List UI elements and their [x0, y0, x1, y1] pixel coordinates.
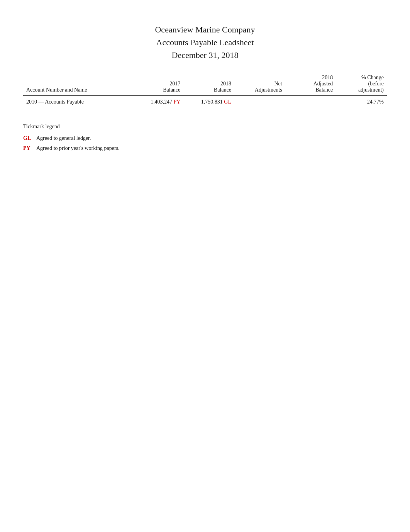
tickmark-py-description: Agreed to prior year's working papers.	[36, 145, 120, 151]
net-adjustments-cell	[234, 96, 285, 109]
account-number: 2010	[26, 99, 37, 105]
table-row: 2010 — Accounts Payable 1,403,247 PY 1,7…	[23, 96, 387, 109]
company-name: Oceanview Marine Company	[155, 25, 255, 34]
report-title: Accounts Payable Leadsheet	[156, 37, 254, 47]
pct-change-cell: 24.77%	[336, 96, 387, 109]
tickmark-gl-description: Agreed to general ledger.	[36, 135, 91, 141]
tickmark-gl-symbol: GL	[23, 135, 32, 141]
tickmark-py-item: PY Agreed to prior year's working papers…	[23, 145, 387, 151]
report-header: Oceanview Marine Company Accounts Payabl…	[23, 23, 387, 61]
tickmark-py-symbol: PY	[23, 145, 32, 151]
account-separator: —	[39, 99, 45, 105]
col-header-adjusted: 2018 Adjusted Balance	[285, 73, 336, 96]
pct-change-value: 24.77%	[367, 99, 384, 105]
balance-2018-value: 1,750,831	[201, 99, 223, 105]
account-name-cell: 2010 — Accounts Payable	[23, 96, 133, 109]
balance-2018-cell: 1,750,831 GL	[183, 96, 234, 109]
col-header-account: Account Number and Name	[23, 73, 133, 96]
table-header-row: Account Number and Name 2017 Balance 201…	[23, 73, 387, 96]
col-header-2018: 2018 Balance	[183, 73, 234, 96]
report-date: December 31, 2018	[172, 50, 239, 60]
balance-2017-value: 1,403,247	[151, 99, 172, 105]
account-label: Accounts Payable	[45, 99, 84, 105]
col-header-2017: 2017 Balance	[133, 73, 184, 96]
tickmark-gl: GL	[224, 99, 231, 105]
leadsheet-table: Account Number and Name 2017 Balance 201…	[23, 73, 387, 108]
tickmark-section: Tickmark legend GL Agreed to general led…	[23, 124, 387, 151]
adjusted-balance-cell	[285, 96, 336, 109]
balance-2017-cell: 1,403,247 PY	[133, 96, 184, 109]
tickmark-py: PY	[173, 99, 180, 105]
col-header-net: Net Adjustments	[234, 73, 285, 96]
tickmark-gl-item: GL Agreed to general ledger.	[23, 135, 387, 141]
tickmark-legend-title: Tickmark legend	[23, 124, 387, 130]
col-header-pct: % Change (before adjustment)	[336, 73, 387, 96]
